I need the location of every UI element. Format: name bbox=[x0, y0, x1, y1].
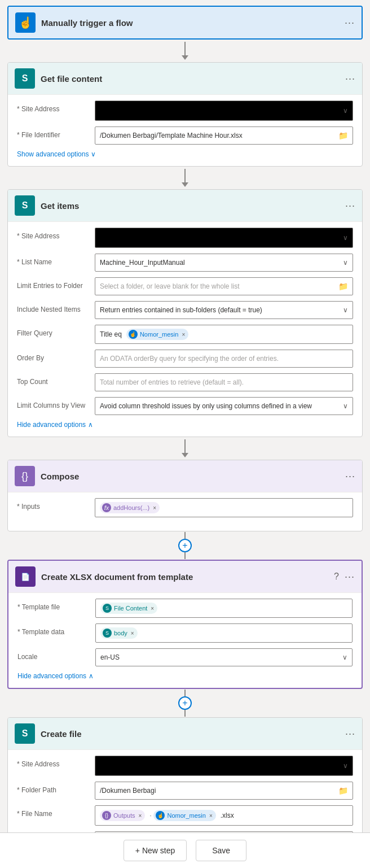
file-content-token: S File Content × bbox=[100, 603, 157, 614]
sharepoint-s-icon: S bbox=[22, 73, 28, 84]
limit-entries-input[interactable]: Select a folder, or leave blank for the … bbox=[95, 277, 353, 295]
show-advanced-button-1[interactable]: Show advanced options ∨ bbox=[17, 150, 96, 158]
compose-title: Compose bbox=[41, 472, 79, 481]
compose-card: {} Compose ··· * Inputs fx addHours(...)… bbox=[7, 460, 363, 531]
chevron-up-icon-1: ∧ bbox=[88, 421, 93, 429]
top-count-input[interactable]: Total number of entries to retrieve (def… bbox=[95, 373, 353, 391]
get-items-title: Get items bbox=[41, 201, 79, 211]
file-identifier-row: * File Identifier /Dokumen Berbagi/Templ… bbox=[17, 127, 353, 145]
sharepoint-s-icon-2: S bbox=[22, 200, 28, 211]
add-step-button-2[interactable]: + bbox=[178, 696, 192, 710]
inputs-row: * Inputs fx addHours(...) × bbox=[17, 498, 353, 517]
compose-icon: {} bbox=[15, 466, 35, 486]
site-address-input-1[interactable]: ∨ bbox=[95, 101, 353, 121]
template-file-row: * Template file S File Content × bbox=[17, 599, 353, 618]
limit-columns-chevron: ∨ bbox=[343, 402, 348, 410]
list-name-chevron: ∨ bbox=[343, 259, 348, 267]
body-label: body bbox=[114, 630, 127, 636]
file-identifier-input[interactable]: /Dokumen Berbagi/Template Machine Hour.x… bbox=[95, 127, 353, 145]
hide-advanced-button-1[interactable]: Hide advanced options ∧ bbox=[17, 421, 93, 429]
file-content-token-icon: S bbox=[103, 604, 112, 613]
get-items-more-button[interactable]: ··· bbox=[345, 200, 355, 212]
site-address-input-2[interactable]: ∨ bbox=[95, 228, 353, 248]
site-address-input-3[interactable]: ∨ bbox=[95, 756, 353, 776]
plus-connector-1: + bbox=[178, 531, 192, 560]
separator-dot: · bbox=[149, 812, 151, 819]
filter-query-input[interactable]: Title eq ☝ Nomor_mesin × bbox=[95, 325, 353, 344]
site-address-row-1: * Site Address ∨ bbox=[17, 101, 353, 121]
outputs-token: {} Outputs × bbox=[100, 810, 145, 821]
get-file-more-button[interactable]: ··· bbox=[345, 73, 355, 85]
nomor-mesin-close-2[interactable]: × bbox=[209, 813, 213, 819]
arrow-2 bbox=[182, 167, 188, 189]
filter-query-label: Filter Query bbox=[17, 325, 90, 337]
filter-query-content: Title eq ☝ Nomor_mesin × bbox=[100, 329, 348, 340]
nomor-mesin-label-2: Nomor_mesin bbox=[167, 812, 205, 819]
file-name-row: * File Name {} Outputs × · ☝ Nomor_mesin… bbox=[17, 805, 353, 826]
site-address-chevron-1: ∨ bbox=[343, 107, 348, 115]
limit-entries-placeholder: Select a folder, or leave blank for the … bbox=[100, 282, 239, 290]
plus-connector-2: + bbox=[178, 689, 192, 717]
locale-input[interactable]: en-US ∨ bbox=[95, 648, 353, 666]
body-token: S body × bbox=[100, 627, 138, 639]
trigger-more-button[interactable]: ··· bbox=[345, 17, 355, 29]
limit-columns-row: Limit Columns by View Avoid column thres… bbox=[17, 397, 353, 415]
token-label: Nomor_mesin bbox=[140, 331, 178, 338]
include-nested-value: Return entries contained in sub-folders … bbox=[100, 306, 262, 314]
order-by-label: Order By bbox=[17, 350, 90, 362]
create-file-more-button[interactable]: ··· bbox=[345, 728, 355, 740]
locale-label: Locale bbox=[17, 648, 91, 661]
template-file-label: * Template file bbox=[17, 599, 91, 611]
hide-advanced-label-1: Hide advanced options bbox=[17, 421, 86, 429]
file-name-input[interactable]: {} Outputs × · ☝ Nomor_mesin × .xlsx bbox=[95, 805, 353, 826]
arrow-line-2 bbox=[184, 169, 186, 182]
template-data-input[interactable]: S body × bbox=[95, 623, 353, 643]
addHours-close-btn[interactable]: × bbox=[153, 505, 156, 511]
create-xlsx-more-button[interactable]: ··· bbox=[345, 571, 355, 583]
template-file-input[interactable]: S File Content × bbox=[95, 599, 353, 618]
site-address-chevron-2: ∨ bbox=[343, 234, 348, 242]
inputs-input[interactable]: fx addHours(...) × bbox=[95, 498, 353, 517]
hide-advanced-button-2[interactable]: Hide advanced options ∧ bbox=[17, 672, 94, 680]
create-xlsx-title: Create XLSX document from template bbox=[41, 572, 193, 582]
body-token-icon: S bbox=[103, 629, 112, 638]
save-button[interactable]: Save bbox=[196, 840, 246, 861]
limit-entries-row: Limit Entries to Folder Select a folder,… bbox=[17, 277, 353, 295]
include-nested-input[interactable]: Return entries contained in sub-folders … bbox=[95, 301, 353, 319]
add-step-button-1[interactable]: + bbox=[178, 539, 192, 552]
folder-path-row: * Folder Path /Dokumen Berbagi 📁 bbox=[17, 782, 353, 800]
folder-icon-1: 📁 bbox=[338, 131, 348, 140]
compose-body: * Inputs fx addHours(...) × bbox=[8, 492, 362, 531]
save-label: Save bbox=[212, 846, 230, 855]
create-xlsx-help-button[interactable]: ? bbox=[334, 572, 339, 582]
file-content-label: File Content bbox=[114, 605, 147, 612]
site-address-label-1: * Site Address bbox=[17, 101, 90, 113]
arrow-line-3 bbox=[184, 439, 186, 453]
get-items-body: * Site Address ∨ * List Name Machine_Hou… bbox=[8, 221, 362, 437]
compose-more-button[interactable]: ··· bbox=[345, 470, 355, 482]
create-xlsx-body: * Template file S File Content × * Templ… bbox=[8, 592, 362, 688]
get-file-title: Get file content bbox=[41, 74, 102, 84]
file-content-close[interactable]: × bbox=[151, 605, 154, 612]
new-step-button[interactable]: + New step bbox=[124, 840, 187, 861]
file-identifier-label: * File Identifier bbox=[17, 127, 90, 139]
fx-icon: fx bbox=[102, 503, 111, 512]
token-close-btn[interactable]: × bbox=[182, 332, 185, 338]
token-icon-blue: ☝ bbox=[129, 330, 138, 339]
arrow-line bbox=[184, 42, 186, 55]
arrow-head-2 bbox=[182, 182, 188, 187]
body-close[interactable]: × bbox=[131, 630, 134, 636]
order-by-placeholder: An ODATA orderBy query for specifying th… bbox=[100, 355, 279, 363]
include-nested-chevron: ∨ bbox=[343, 306, 348, 314]
outputs-close[interactable]: × bbox=[139, 813, 142, 819]
folder-path-input[interactable]: /Dokumen Berbagi 📁 bbox=[95, 782, 353, 800]
limit-columns-input[interactable]: Avoid column threshold issues by only us… bbox=[95, 397, 353, 415]
nomor-mesin-token-icon-2: ☝ bbox=[156, 811, 165, 820]
plus-line-top-2 bbox=[184, 690, 186, 696]
order-by-input[interactable]: An ODATA orderBy query for specifying th… bbox=[95, 350, 353, 368]
create-file-icon: S bbox=[15, 723, 35, 744]
compose-header: {} Compose ··· bbox=[8, 460, 362, 492]
list-name-input[interactable]: Machine_Hour_InputManual ∨ bbox=[95, 254, 353, 272]
addHours-token: fx addHours(...) × bbox=[100, 502, 160, 513]
limit-entries-label: Limit Entries to Folder bbox=[17, 277, 90, 290]
